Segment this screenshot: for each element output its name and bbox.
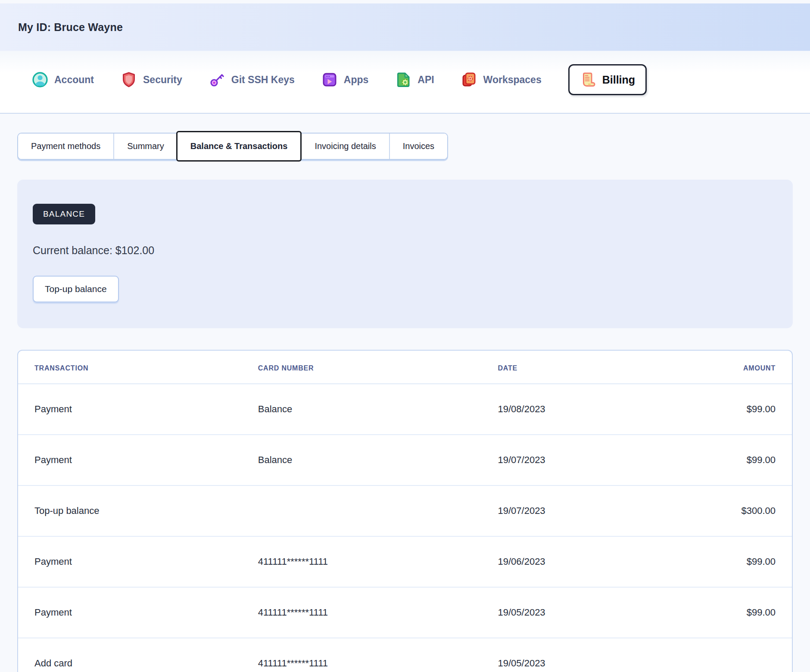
- cell-amount: $300.00: [692, 485, 792, 536]
- col-amount: Amount: [692, 351, 792, 384]
- cell-amount: $99.00: [692, 587, 792, 638]
- nav-label-security: Security: [143, 74, 182, 86]
- table-row: Payment Balance 19/07/2023 $99.00: [18, 435, 792, 485]
- workspaces-icon: [461, 72, 477, 88]
- col-card-number: Card number: [258, 351, 498, 384]
- cell-transaction: Payment: [18, 536, 258, 587]
- cell-amount: $99.00: [692, 435, 792, 485]
- shield-icon: [121, 72, 137, 88]
- nav-label-account: Account: [54, 74, 94, 86]
- nav-label-workspaces: Workspaces: [483, 74, 542, 86]
- tab-invoices[interactable]: Invoices: [389, 134, 447, 159]
- col-date: Date: [498, 351, 692, 384]
- nav-item-workspaces[interactable]: Workspaces: [461, 72, 542, 88]
- cell-transaction: Payment: [18, 384, 258, 435]
- apps-icon: [321, 72, 338, 88]
- table-row: Payment 411111******1111 19/06/2023 $99.…: [18, 536, 792, 587]
- table-row: Payment 411111******1111 19/05/2023 $99.…: [18, 587, 792, 638]
- cell-amount: $99.00: [692, 536, 792, 587]
- transactions-table: Transaction Card number Date Amount Paym…: [18, 351, 792, 672]
- cell-amount: $99.00: [692, 384, 792, 435]
- nav-label-apps: Apps: [344, 74, 369, 86]
- nav-label-api: API: [417, 74, 434, 86]
- cell-date: 19/08/2023: [498, 384, 692, 435]
- cell-card-number: 411111******1111: [258, 536, 498, 587]
- tab-payment-methods[interactable]: Payment methods: [18, 134, 113, 159]
- api-icon: [395, 72, 411, 88]
- cell-date: 19/06/2023: [498, 536, 692, 587]
- transactions-table-card: Transaction Card number Date Amount Paym…: [17, 350, 793, 672]
- cell-date: 19/07/2023: [498, 485, 692, 536]
- col-transaction: Transaction: [18, 351, 258, 384]
- tab-summary[interactable]: Summary: [113, 134, 177, 159]
- tab-invoicing-details[interactable]: Invoicing details: [301, 134, 389, 159]
- billing-subtabs: Payment methods Summary Balance & Transa…: [17, 133, 448, 160]
- cell-card-number: 411111******1111: [258, 587, 498, 638]
- table-row: Top-up balance 19/07/2023 $300.00: [18, 485, 792, 536]
- cell-card-number: Balance: [258, 384, 498, 435]
- nav-item-apps[interactable]: Apps: [321, 72, 369, 88]
- table-row: Add card 411111******1111 19/05/2023: [18, 638, 792, 672]
- nav-item-git-ssh-keys[interactable]: Git SSH Keys: [209, 72, 295, 88]
- table-row: Payment Balance 19/08/2023 $99.00: [18, 384, 792, 435]
- transactions-body: Payment Balance 19/08/2023 $99.00 Paymen…: [18, 384, 792, 672]
- page-title: My ID: Bruce Wayne: [18, 21, 123, 34]
- billing-icon: [580, 72, 596, 88]
- cell-date: 19/05/2023: [498, 638, 692, 672]
- balance-badge: BALANCE: [33, 204, 95, 224]
- tab-balance-transactions[interactable]: Balance & Transactions: [176, 131, 302, 162]
- table-header-row: Transaction Card number Date Amount: [18, 351, 792, 384]
- nav-item-security[interactable]: Security: [121, 72, 182, 88]
- cell-amount: [692, 638, 792, 672]
- cell-transaction: Payment: [18, 587, 258, 638]
- cell-card-number: [258, 485, 498, 536]
- nav-item-api[interactable]: API: [395, 72, 434, 88]
- current-balance-text: Current balance: $102.00: [33, 244, 777, 257]
- cell-transaction: Payment: [18, 435, 258, 485]
- balance-card: BALANCE Current balance: $102.00 Top-up …: [17, 180, 793, 328]
- topup-balance-button[interactable]: Top-up balance: [33, 276, 119, 302]
- cell-date: 19/07/2023: [498, 435, 692, 485]
- nav-item-account[interactable]: Account: [32, 72, 94, 88]
- main-nav: Account Security Git SSH Keys Apps: [0, 51, 810, 114]
- nav-label-billing: Billing: [602, 74, 635, 86]
- header-band: My ID: Bruce Wayne: [0, 3, 810, 51]
- cell-transaction: Top-up balance: [18, 485, 258, 536]
- nav-item-billing[interactable]: Billing: [568, 64, 647, 95]
- nav-label-git-ssh-keys: Git SSH Keys: [231, 74, 295, 86]
- cell-card-number: 411111******1111: [258, 638, 498, 672]
- cell-transaction: Add card: [18, 638, 258, 672]
- key-icon: [209, 72, 225, 88]
- account-icon: [32, 72, 48, 88]
- cell-date: 19/05/2023: [498, 587, 692, 638]
- cell-card-number: Balance: [258, 435, 498, 485]
